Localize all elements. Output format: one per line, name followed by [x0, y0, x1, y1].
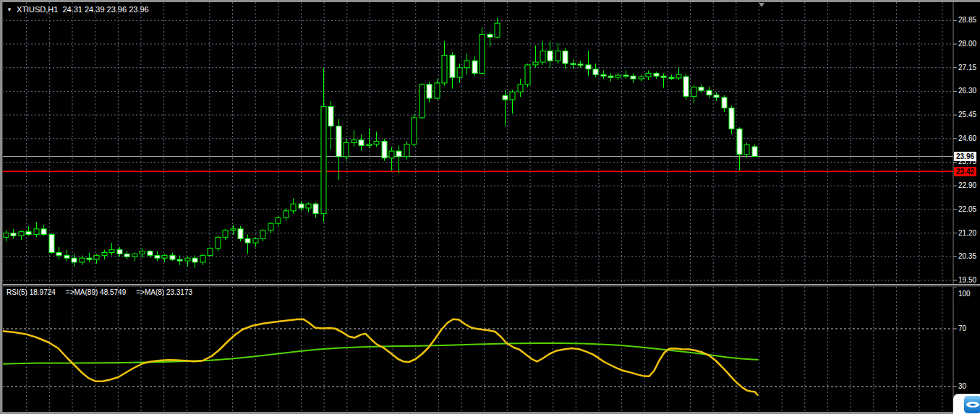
candle — [192, 255, 197, 267]
candle — [699, 85, 704, 93]
candle — [11, 229, 16, 238]
panel-separator[interactable] — [0, 284, 980, 287]
chart-menu-arrow-icon[interactable]: ▼ — [7, 6, 12, 14]
candle — [313, 202, 318, 217]
chart-symbol-label: XTIUSD,H1 — [17, 5, 58, 14]
candle — [374, 131, 379, 147]
candle — [268, 222, 273, 233]
candle — [601, 71, 606, 79]
candle — [450, 53, 455, 89]
candle — [4, 230, 9, 241]
candle — [238, 226, 243, 241]
candle — [472, 56, 477, 76]
candle — [216, 236, 221, 251]
candle — [676, 68, 681, 80]
price-axis-label: 21.20 — [958, 229, 976, 238]
price-axis-label: 22.90 — [958, 181, 976, 190]
rsi-ma89-value-label: =>MA(89) 48.5749 — [66, 288, 126, 296]
candle — [646, 71, 651, 80]
candle — [442, 41, 447, 86]
rsi-axis-label: 70 — [958, 324, 966, 333]
chart-ohlc-values: 24.31 24.39 23.96 23.96 — [62, 5, 148, 14]
candle — [223, 229, 228, 240]
candle — [359, 134, 364, 151]
candle — [344, 139, 349, 161]
candle — [200, 254, 205, 264]
candle — [306, 202, 311, 212]
chart-title-bar: ▼ XTIUSD,H1 24.31 24.39 23.96 23.96 — [7, 5, 149, 14]
candle — [64, 250, 69, 261]
candle — [547, 41, 553, 68]
candle — [525, 64, 530, 87]
chart-shift-marker-icon[interactable] — [759, 3, 764, 7]
current-price-tag: 23.96 — [954, 152, 976, 161]
candle — [737, 127, 742, 171]
candle — [208, 247, 213, 256]
candle — [623, 71, 629, 79]
rsi-ma8-value-label: =>MA(8) 23.3173 — [136, 288, 192, 296]
candle — [661, 73, 666, 87]
chart-canvas[interactable] — [0, 0, 980, 414]
candle — [608, 73, 613, 82]
candle — [510, 90, 515, 113]
price-axis-label: 25.45 — [958, 111, 976, 119]
candle — [109, 243, 114, 255]
candle — [669, 74, 674, 80]
candle — [615, 73, 621, 80]
candle — [382, 139, 387, 161]
candle — [276, 217, 281, 226]
candle — [555, 43, 561, 64]
price-axis-label: 28.85 — [958, 16, 976, 25]
rsi-axis-label: 100 — [958, 290, 971, 298]
candle — [654, 72, 659, 79]
candle — [487, 32, 493, 47]
candle — [291, 199, 296, 214]
candle — [729, 105, 734, 134]
candle — [752, 145, 757, 157]
candle — [162, 254, 167, 262]
rsi-indicator-label: RSI(5) 18.9724 =>MA(89) 48.5749 =>MA(8) … — [7, 288, 192, 296]
price-axis-label: 24.60 — [958, 134, 976, 143]
candle — [593, 64, 598, 77]
teamviewer-icon[interactable]: ◄► — [964, 396, 980, 413]
candle — [19, 230, 24, 240]
price-axis-label: 22.05 — [958, 205, 976, 214]
candle — [155, 251, 160, 261]
candle — [49, 233, 54, 254]
candle — [691, 85, 696, 103]
candle — [518, 79, 523, 97]
candle — [586, 51, 591, 77]
candle — [404, 142, 409, 160]
candle — [744, 143, 749, 158]
price-axis-label: 20.35 — [958, 252, 976, 261]
candle — [94, 254, 99, 263]
candle — [170, 253, 175, 262]
rsi-lines-layer — [1, 319, 758, 395]
candle — [639, 74, 644, 82]
candle — [351, 130, 357, 147]
candle — [722, 95, 727, 112]
candle — [321, 68, 326, 223]
candle — [80, 255, 85, 264]
candle — [419, 83, 425, 119]
rsi-axis-label: 30 — [958, 382, 966, 391]
candle — [124, 251, 129, 260]
candle — [102, 250, 107, 259]
candle — [34, 222, 39, 237]
candle — [714, 92, 719, 101]
candle — [578, 61, 583, 68]
candle — [41, 225, 46, 236]
candle — [412, 113, 417, 147]
chart-window: ▼ XTIUSD,H1 24.31 24.39 23.96 23.96 RSI(… — [0, 0, 980, 414]
candle — [435, 79, 440, 100]
candle — [563, 48, 568, 69]
remote-control-panel: ◄► — [953, 394, 980, 414]
candle — [396, 145, 401, 173]
candle — [260, 229, 265, 241]
price-axis-label: 26.30 — [958, 87, 976, 95]
candle — [707, 86, 712, 98]
candles-layer — [4, 17, 757, 267]
rsi-ma8-line — [1, 319, 758, 395]
price-axis-label: 28.00 — [958, 40, 976, 48]
candle — [87, 253, 92, 262]
